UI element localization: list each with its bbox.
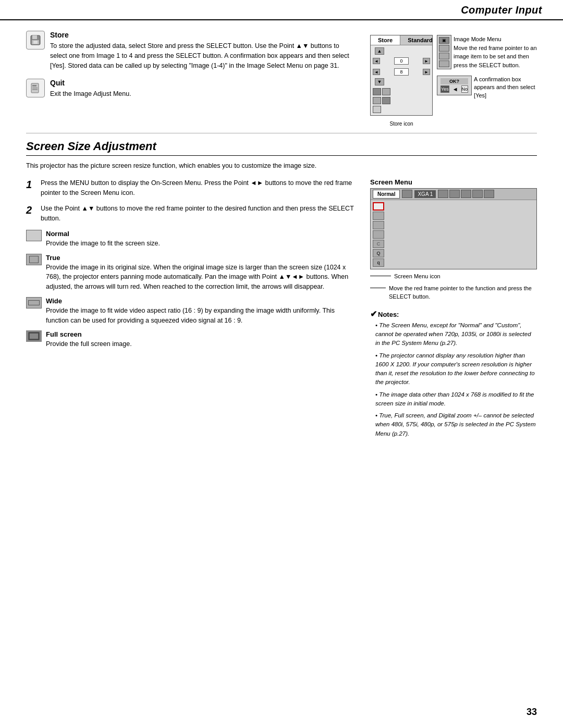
screen-menu-xga-btn[interactable]: XGA 1 [414, 190, 436, 198]
notes-section: ✔Notes: The Screen Menu, except for "Nor… [370, 309, 537, 438]
sm-side-7: q [373, 258, 384, 267]
right-arrow-small[interactable]: ► [423, 58, 430, 64]
sm-icon-1 [438, 190, 448, 198]
notes-title: ✔Notes: [370, 309, 537, 319]
section-divider [26, 133, 537, 133]
svg-rect-7 [32, 89, 38, 90]
wide-item: Wide Provide the image to fit wide video… [26, 297, 354, 326]
mode-icon-2 [382, 88, 390, 95]
confirm-box: OK? Yes ◄ No [437, 76, 472, 95]
store-icon-label: Store icon [370, 121, 433, 127]
svg-rect-1 [32, 35, 37, 39]
down-arrow-btn[interactable]: ▼ [375, 78, 384, 85]
yes-button[interactable]: Yes [440, 85, 449, 93]
quit-icon [26, 79, 45, 97]
quit-body: Exit the Image Adjust Menu. [50, 89, 131, 99]
store-title: Store [50, 31, 354, 39]
image-mode-icon-4 [439, 60, 449, 67]
step-1: 1 Press the MENU button to display the O… [26, 178, 354, 198]
mode-icon-3 [373, 97, 381, 104]
true-body: Provide the image in its original size. … [46, 263, 354, 292]
quit-title: Quit [50, 79, 131, 87]
true-item: True Provide the image in its original s… [26, 254, 354, 292]
store-icon-svg [30, 34, 41, 46]
sm-side-normal [373, 202, 384, 211]
store-diagram-col: Store Standard ▲ ◄ 0 [370, 31, 537, 127]
quit-section: Quit Exit the Image Adjust Menu. [26, 79, 354, 99]
sm-icon-4 [472, 190, 483, 198]
quit-icon-svg [30, 82, 41, 94]
step-1-text: Press the MENU button to display the On-… [41, 178, 354, 198]
screen-size-title: Screen Size Adjustment [26, 140, 537, 156]
page-header: Computer Input [0, 0, 563, 20]
note-item-3: The image data other than 1024 x 768 is … [370, 390, 537, 409]
upper-left-col: Store To store the adjusted data, select… [26, 31, 354, 127]
screen-menu-label: Screen Menu [370, 178, 537, 186]
sm-side-5: C [373, 240, 384, 248]
fullscreen-title: Full screen [46, 330, 132, 338]
sm-side-3 [373, 221, 384, 229]
image-mode-annotation: Image Mode MenuMove the red frame pointe… [454, 35, 537, 69]
mode-icon-1 [373, 88, 381, 95]
step-2: 2 Use the Point ▲▼ buttons to move the r… [26, 204, 354, 224]
fullscreen-icon [26, 330, 42, 342]
value-box-1: 0 [394, 57, 409, 65]
step-2-text: Use the Point ▲▼ buttons to move the red… [41, 204, 354, 224]
sm-side-4 [373, 230, 384, 239]
sm-icon-2 [449, 190, 460, 198]
screen-menu-icon-label: Screen Menu icon [394, 273, 440, 280]
value-row-2: ◄ 8 ► [373, 68, 430, 76]
screen-menu-items: C Q q [371, 200, 536, 269]
left-arrow-small-2[interactable]: ◄ [373, 69, 380, 75]
note-item-1: The Screen Menu, except for "Normal" and… [370, 321, 537, 348]
normal-body: Provide the image to fit the screen size… [46, 239, 160, 249]
pointer-instruction-box: Move the red frame pointer to the functi… [370, 285, 537, 301]
left-arrow-small[interactable]: ◄ [373, 58, 380, 64]
svg-rect-9 [30, 334, 38, 339]
ok-text: OK? [440, 78, 468, 84]
wide-body: Provide the image to fit wide video aspe… [46, 306, 354, 326]
true-icon [26, 254, 42, 265]
right-arrow-small-2[interactable]: ► [423, 69, 430, 75]
sm-side-6: Q [373, 249, 384, 257]
sm-side-2 [373, 212, 384, 220]
steps-left-col: 1 Press the MENU button to display the O… [26, 178, 354, 441]
store-ui-panel: Store Standard ▲ ◄ 0 [370, 35, 433, 116]
wide-icon [26, 297, 42, 309]
confirm-annotation: A confirmation box appears and then sele… [474, 76, 537, 100]
checkmark-icon: ✔ [370, 310, 377, 318]
store-tab: Store [371, 35, 400, 45]
value-box-2: 8 [394, 68, 409, 76]
store-section: Store To store the adjusted data, select… [26, 31, 354, 70]
store-icon [26, 31, 45, 50]
arrow-indicator: ◄ [452, 85, 458, 93]
steps-right-col: Screen Menu Normal XGA 1 [370, 178, 537, 441]
sm-icon-3 [461, 190, 471, 198]
normal-item: Normal Provide the image to fit the scre… [26, 230, 354, 249]
page-number: 33 [527, 707, 537, 718]
note-item-2: The projector cannot display any resolut… [370, 351, 537, 387]
true-title: True [46, 254, 354, 262]
screen-menu-icon-annotation: Screen Menu icon [370, 273, 537, 280]
no-button[interactable]: No [461, 85, 469, 93]
note-item-4: True, Full screen, and Digital zoom +/– … [370, 411, 537, 438]
page-title: Computer Input [461, 4, 542, 16]
store-body: To store the adjusted data, select Store… [50, 41, 354, 70]
mode-icon-4 [382, 97, 390, 104]
image-mode-icon-3 [439, 53, 449, 59]
screen-menu-normal-btn[interactable]: Normal [373, 190, 400, 199]
screen-menu-bar: Normal XGA 1 [371, 189, 536, 200]
image-mode-icon-1: ▣ [439, 37, 449, 44]
screen-size-intro: This projector has the picture screen re… [26, 161, 537, 171]
screen-menu-mid-icon [402, 190, 412, 198]
image-mode-icon-2 [439, 45, 449, 52]
wide-title: Wide [46, 297, 354, 305]
svg-rect-5 [32, 85, 36, 87]
fullscreen-item: Full screen Provide the full screen imag… [26, 330, 354, 349]
screen-menu-panel: Normal XGA 1 [370, 188, 537, 269]
value-row-1: ◄ 0 ► [373, 57, 430, 65]
normal-icon [26, 230, 42, 241]
up-arrow-btn[interactable]: ▲ [375, 47, 384, 55]
fullscreen-body: Provide the full screen image. [46, 339, 132, 349]
standard-tab: Standard [400, 35, 440, 45]
